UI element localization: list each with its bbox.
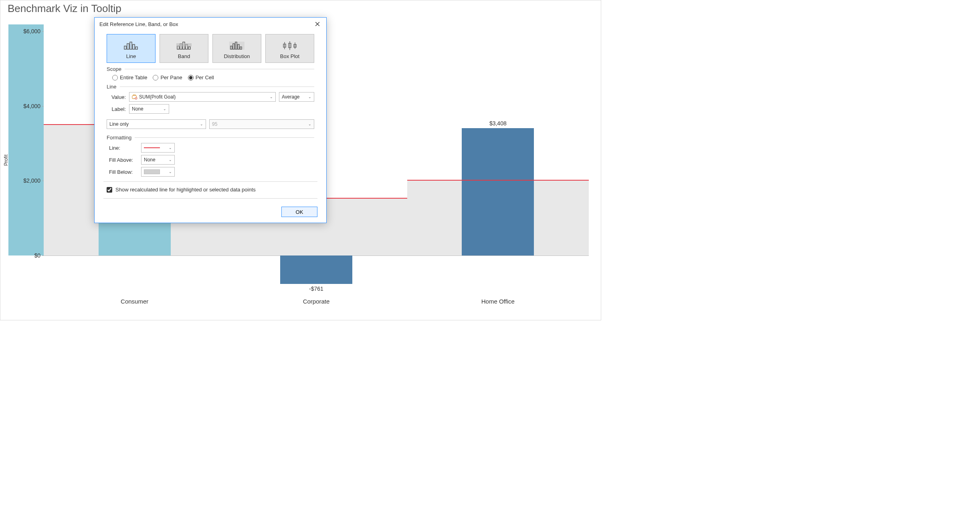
scope-radio-entire-table[interactable]: Entire Table xyxy=(112,74,147,80)
fill-below-label: Fill Below: xyxy=(109,169,138,175)
refline-type-tab-distribution[interactable]: Distribution xyxy=(212,34,261,63)
close-button[interactable] xyxy=(313,20,322,28)
value-label: $3,408 xyxy=(489,120,507,127)
refline-type-tab-line[interactable]: Line xyxy=(107,34,156,63)
scope-radio-per-pane[interactable]: Per Pane xyxy=(153,74,182,80)
bar[interactable] xyxy=(280,255,352,284)
bar-previous-pane xyxy=(8,24,44,255)
workspace: Benchmark Viz in Tooltip Profit $6,000$4… xyxy=(0,0,601,320)
ok-button[interactable]: OK xyxy=(281,207,317,217)
fill-above-select[interactable]: None⌄ xyxy=(141,155,175,165)
svg-rect-3 xyxy=(133,44,135,49)
svg-rect-10 xyxy=(176,43,192,46)
chart-title: Benchmark Viz in Tooltip xyxy=(8,2,121,15)
y-tick-label: $0 xyxy=(20,252,40,259)
value-field-select[interactable]: SUM(Profit Goal)⌄ xyxy=(129,92,276,102)
value-label: Value: xyxy=(109,94,126,100)
y-tick-label: $2,000 xyxy=(20,177,40,184)
bar[interactable] xyxy=(462,128,534,255)
fill-below-select[interactable]: ⌄ xyxy=(141,167,175,177)
y-tick-label: $4,000 xyxy=(20,103,40,109)
line-only-select[interactable]: Line only⌄ xyxy=(107,119,206,129)
svg-rect-1 xyxy=(127,44,129,49)
y-axis-label: Profit xyxy=(3,155,9,166)
svg-rect-5 xyxy=(177,46,179,49)
scope-radio-per-cell[interactable]: Per Cell xyxy=(188,74,214,80)
svg-rect-2 xyxy=(130,42,132,49)
chart-cell: $3,408Home Office xyxy=(407,16,589,293)
dialog-title: Edit Reference Line, Band, or Box xyxy=(99,21,178,27)
refline-type-tab-box-plot[interactable]: Box Plot xyxy=(265,34,314,63)
value-label: -$761 xyxy=(309,286,323,292)
line-style-select[interactable]: ⌄ xyxy=(141,143,175,153)
refline-type-tab-band[interactable]: Band xyxy=(160,34,208,63)
close-icon xyxy=(315,22,320,26)
svg-rect-9 xyxy=(188,47,190,49)
reference-line xyxy=(407,180,589,181)
field-icon xyxy=(132,94,137,100)
label-label: Label: xyxy=(109,106,126,112)
confidence-select: 95⌄ xyxy=(209,119,314,129)
category-label: Consumer xyxy=(121,298,148,305)
line-style-label: Line: xyxy=(109,145,138,151)
category-label: Corporate xyxy=(303,298,330,305)
fill-above-label: Fill Above: xyxy=(109,157,138,163)
edit-reference-line-dialog: Edit Reference Line, Band, or Box LineBa… xyxy=(94,17,327,223)
formatting-header: Formatting xyxy=(107,135,131,141)
label-select[interactable]: None⌄ xyxy=(129,104,169,114)
value-aggregation-select[interactable]: Average⌄ xyxy=(279,92,314,102)
show-recalc-checkbox[interactable]: Show recalculated line for highlighted o… xyxy=(107,186,314,196)
category-label: Home Office xyxy=(481,298,515,305)
y-tick-label: $6,000 xyxy=(20,28,40,34)
line-header: Line xyxy=(107,84,117,90)
svg-rect-0 xyxy=(124,46,126,49)
scope-header: Scope xyxy=(107,66,121,72)
svg-rect-4 xyxy=(135,47,137,49)
